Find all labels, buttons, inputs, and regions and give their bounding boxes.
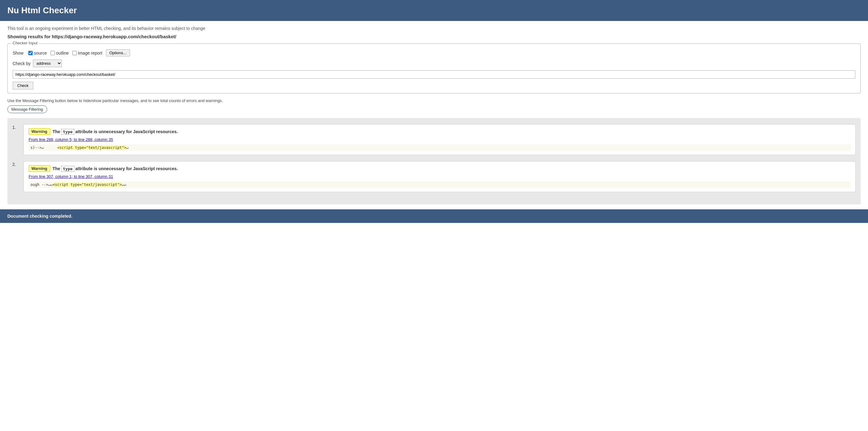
image-report-checkbox-label[interactable]: image report xyxy=(72,51,102,56)
warning-line-1: Warning The type attribute is unnecessar… xyxy=(29,128,850,135)
subtitle-text: This tool is an ongoing experiment in be… xyxy=(7,26,861,31)
code-post-2: ↵↵ xyxy=(122,182,126,187)
show-row: Show source outline image report Options… xyxy=(12,49,856,56)
code-snippet-1: s)-->↵ <script type="text/javascript">↵ xyxy=(29,144,850,151)
check-button[interactable]: Check xyxy=(12,82,33,89)
result-number-1: 1. xyxy=(12,124,19,155)
footer-text: Document checking completed. xyxy=(7,214,72,219)
image-report-checkbox[interactable] xyxy=(72,51,77,55)
code-snippet-2: ough -->↵↵<script type="text/javascript"… xyxy=(29,181,850,188)
warning-badge-1: Warning xyxy=(29,128,50,135)
code-highlight-2: <script type="text/javascript"> xyxy=(53,182,122,187)
warning-line-2: Warning The type attribute is unnecessar… xyxy=(29,165,850,172)
msg-pre-2: The xyxy=(53,166,60,171)
page-title: Nu Html Checker xyxy=(7,5,861,16)
source-checkbox-label[interactable]: source xyxy=(28,51,47,56)
result-link-1[interactable]: From line 288, column 5; to line 288, co… xyxy=(29,137,850,142)
result-item-1: 1. Warning The type attribute is unneces… xyxy=(12,124,856,155)
filter-info: Use the Message Filtering button below t… xyxy=(7,98,861,103)
options-button[interactable]: Options... xyxy=(106,49,130,56)
show-label: Show xyxy=(12,51,23,56)
warning-message-1: The type attribute is unnecessary for Ja… xyxy=(53,129,178,134)
result-item-2: 2. Warning The type attribute is unneces… xyxy=(12,161,856,192)
code-post-1: ↵ xyxy=(126,145,128,150)
msg-pre-1: The xyxy=(53,129,60,134)
outline-checkbox-label[interactable]: outline xyxy=(51,51,69,56)
code-pre-1: s)-->↵ xyxy=(30,145,57,150)
code-pre-2: ough -->↵↵ xyxy=(30,182,53,187)
url-input[interactable] xyxy=(12,70,856,79)
showing-results: Showing results for https://django-racew… xyxy=(7,34,861,39)
outline-checkbox[interactable] xyxy=(51,51,55,55)
check-by-select[interactable]: address text input file upload xyxy=(33,59,62,67)
page-header: Nu Html Checker xyxy=(0,0,868,21)
type-code-2: type xyxy=(61,166,74,172)
msg-post-2: attribute is unnecessary for JavaScript … xyxy=(75,166,178,171)
message-filtering-button[interactable]: Message Filtering xyxy=(7,106,47,113)
page-footer: Document checking completed. xyxy=(0,209,868,223)
check-by-label: Check by xyxy=(12,61,30,66)
msg-post-1: attribute is unnecessary for JavaScript … xyxy=(75,129,178,134)
result-number-2: 2. xyxy=(12,161,19,192)
source-label: source xyxy=(34,51,47,56)
source-checkbox[interactable] xyxy=(28,51,33,55)
warning-badge-2: Warning xyxy=(29,165,50,172)
results-area: 1. Warning The type attribute is unneces… xyxy=(7,118,861,204)
warning-message-2: The type attribute is unnecessary for Ja… xyxy=(53,166,178,171)
checker-input-legend: Checker Input xyxy=(11,41,39,45)
showing-results-label: Showing results for xyxy=(7,34,51,39)
result-link-2[interactable]: From line 307, column 1; to line 307, co… xyxy=(29,174,850,179)
checker-input-box: Checker Input Show source outline image … xyxy=(7,44,861,93)
code-highlight-1: <script type="text/javascript"> xyxy=(57,145,126,150)
type-code-1: type xyxy=(61,129,74,135)
result-box-2: Warning The type attribute is unnecessar… xyxy=(23,161,856,192)
check-by-row: Check by address text input file upload xyxy=(12,59,856,67)
main-content: This tool is an ongoing experiment in be… xyxy=(0,21,868,209)
result-box-1: Warning The type attribute is unnecessar… xyxy=(23,124,856,155)
showing-results-url: https://django-raceway.herokuapp.com/che… xyxy=(52,34,176,39)
image-report-label: image report xyxy=(78,51,102,56)
outline-label: outline xyxy=(56,51,69,56)
